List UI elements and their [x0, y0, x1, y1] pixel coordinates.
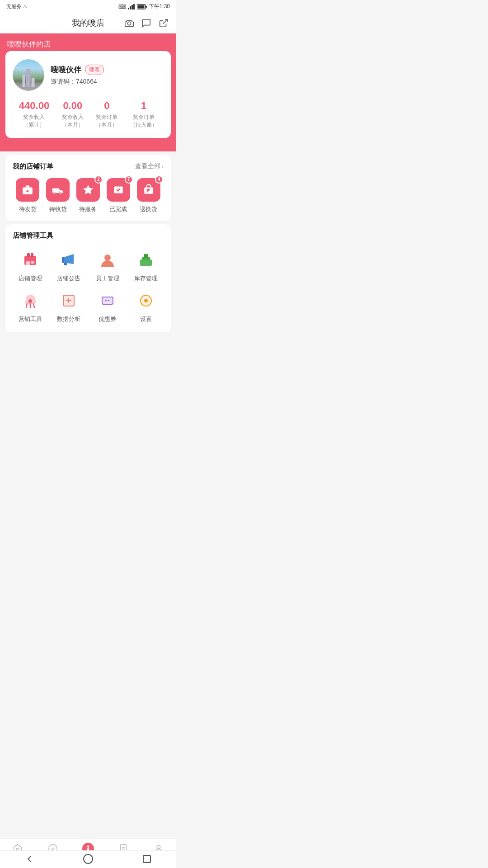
- tool-item-6[interactable]: 优惠券: [90, 290, 125, 323]
- tool-item-1[interactable]: 店铺公告: [52, 249, 87, 283]
- tool-label-2: 员工管理: [96, 274, 119, 283]
- svg-marker-26: [64, 254, 74, 264]
- bluetooth-icon: ⌨: [118, 4, 126, 10]
- orders-header: 我的店铺订单 查看全部 ›: [13, 162, 164, 171]
- avatar: [13, 59, 44, 91]
- order-icon-wrap-4: 4: [137, 178, 160, 202]
- order-badge-4: 4: [155, 175, 163, 184]
- profile-name: 嗖嗖伙伴: [51, 65, 81, 75]
- view-all-button[interactable]: 查看全部 ›: [135, 162, 164, 170]
- svg-point-43: [144, 299, 148, 302]
- order-item-1[interactable]: 待收货: [46, 178, 70, 213]
- scroll-content: 嗖嗖伙伴的店 嗖嗖伙伴: [0, 33, 176, 368]
- order-item-3[interactable]: 7 已完成: [107, 178, 130, 213]
- message-icon[interactable]: [141, 18, 152, 28]
- tool-icon-7: [135, 290, 157, 311]
- profile-info: 嗖嗖伙伴 嗖客 邀请码：740664: [51, 65, 104, 86]
- top-nav: 我的嗖店: [0, 13, 176, 33]
- svg-point-7: [127, 22, 131, 25]
- warning-icon: ⚠: [23, 4, 27, 9]
- order-badge-3: 7: [125, 175, 133, 184]
- tool-label-3: 库存管理: [134, 274, 158, 283]
- stat-value-0: 440.00: [19, 100, 49, 112]
- tool-icon-0: [19, 249, 41, 271]
- stat-item-0[interactable]: 440.00 奖金收入 （累计）: [19, 100, 49, 129]
- tool-icon-4: [19, 290, 41, 311]
- tool-item-3[interactable]: 库存管理: [129, 249, 164, 283]
- svg-rect-5: [145, 6, 147, 8]
- stat-label-2: 奖金订单 （本月）: [96, 113, 117, 129]
- order-item-4[interactable]: 4 退换货: [137, 178, 160, 213]
- stat-item-3[interactable]: 1 奖金订单 （待入账）: [130, 100, 157, 129]
- status-bar: 无服务 ⚠ ⌨ 下午1:30: [0, 0, 176, 13]
- time: 下午1:30: [149, 3, 170, 10]
- camera-icon[interactable]: [124, 18, 135, 28]
- svg-rect-23: [31, 253, 33, 257]
- order-icon-wrap-1: [46, 178, 70, 202]
- stat-item-2[interactable]: 0 奖金订单 （本月）: [96, 100, 117, 129]
- profile-top: 嗖嗖伙伴 嗖客 邀请码：740664: [13, 59, 164, 91]
- order-label-3: 已完成: [109, 205, 127, 213]
- svg-rect-2: [131, 5, 133, 9]
- stat-label-3: 奖金订单 （待入账）: [130, 113, 157, 129]
- invite-code: 740664: [76, 78, 97, 85]
- svg-rect-30: [140, 259, 152, 266]
- order-label-4: 退换货: [140, 205, 157, 213]
- tool-item-2[interactable]: 员工管理: [90, 249, 125, 283]
- nav-icons: [124, 18, 169, 28]
- stat-value-1: 0.00: [62, 100, 84, 112]
- svg-rect-25: [31, 261, 34, 264]
- order-item-0[interactable]: 待发货: [16, 178, 39, 213]
- svg-rect-1: [130, 6, 131, 9]
- tools-section: 店铺管理工具 店铺管理: [5, 224, 171, 332]
- svg-rect-32: [144, 254, 148, 258]
- stat-item-1[interactable]: 0.00 奖金收入 （本月）: [62, 100, 84, 129]
- order-icon-wrap-2: 2: [76, 178, 100, 202]
- tool-item-7[interactable]: 设置: [129, 290, 164, 323]
- svg-rect-27: [62, 257, 64, 263]
- share-icon[interactable]: [158, 18, 169, 28]
- tool-icon-5: [58, 290, 80, 311]
- battery-icon: [137, 4, 147, 9]
- svg-rect-0: [128, 8, 129, 9]
- svg-rect-6: [137, 5, 144, 8]
- svg-line-8: [163, 19, 167, 24]
- order-label-0: 待发货: [19, 205, 37, 213]
- tool-label-1: 店铺公告: [57, 274, 80, 283]
- page-title: 我的嗖店: [72, 18, 104, 28]
- status-right: ⌨ 下午1:30: [118, 3, 170, 10]
- tool-item-5[interactable]: 数据分析: [52, 290, 87, 323]
- orders-title: 我的店铺订单: [13, 162, 53, 171]
- svg-rect-24: [26, 261, 30, 265]
- tool-item-0[interactable]: 店铺管理: [13, 249, 48, 283]
- tool-label-5: 数据分析: [57, 315, 80, 323]
- svg-rect-12: [52, 188, 60, 193]
- tool-label-7: 设置: [140, 315, 152, 323]
- tools-grid: 店铺管理 店铺公告: [13, 247, 164, 325]
- chevron-right-icon: ›: [161, 163, 164, 170]
- tool-item-4[interactable]: 营销工具: [13, 290, 48, 323]
- tool-label-4: 营销工具: [19, 315, 42, 323]
- signal-icon: [128, 4, 135, 9]
- order-badge-2: 2: [94, 175, 103, 184]
- profile-card: 嗖嗖伙伴 嗖客 邀请码：740664 440.00 奖金收入 （累计）: [5, 51, 171, 138]
- tool-label-0: 店铺管理: [19, 274, 42, 283]
- stat-value-3: 1: [130, 100, 157, 112]
- tool-icon-3: [135, 249, 157, 271]
- banner-title: 嗖嗖伙伴的店: [7, 40, 51, 48]
- status-no-service: 无服务: [6, 3, 21, 10]
- svg-point-16: [60, 193, 61, 194]
- tool-icon-1: [58, 249, 80, 271]
- tool-icon-2: [97, 249, 118, 271]
- orders-section: 我的店铺订单 查看全部 › 待发货: [5, 155, 171, 221]
- order-label-2: 待服务: [79, 205, 97, 213]
- order-item-2[interactable]: 2 待服务: [76, 178, 100, 213]
- order-icon-wrap-3: 7: [107, 178, 130, 202]
- svg-rect-21: [24, 256, 36, 265]
- tool-label-6: 优惠券: [99, 315, 116, 323]
- stat-label-0: 奖金收入 （累计）: [19, 113, 49, 129]
- profile-invite: 邀请码：740664: [51, 78, 104, 86]
- tool-icon-6: [97, 290, 118, 311]
- stat-label-1: 奖金收入 （本月）: [62, 113, 84, 129]
- status-left: 无服务 ⚠: [6, 3, 27, 10]
